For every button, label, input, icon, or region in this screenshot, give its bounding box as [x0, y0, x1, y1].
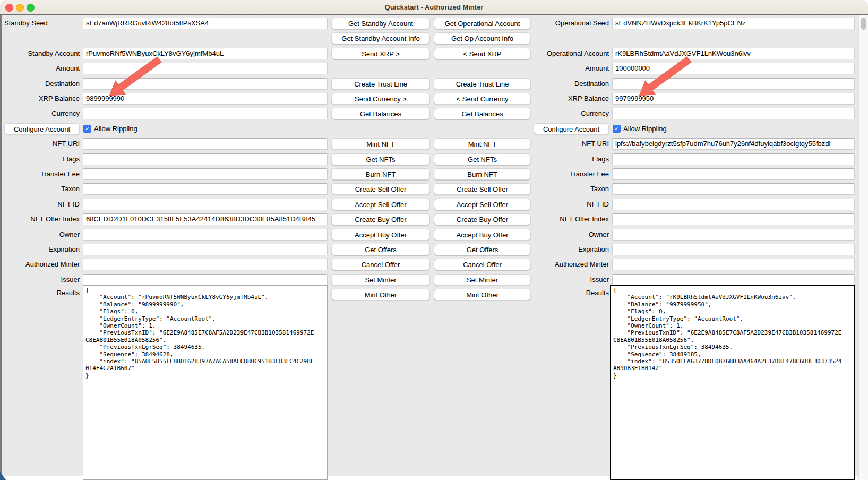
standby-get-nfts-button[interactable]: Get NFTs	[331, 153, 430, 165]
operational-authorized-minter-input[interactable]	[612, 259, 855, 270]
standby-issuer-label: Issuer	[4, 274, 80, 286]
standby-issuer-input[interactable]	[83, 274, 328, 286]
operational-create-buy-offer-button[interactable]: Create Buy Offer	[434, 213, 531, 225]
operational-mint-nft-button[interactable]: Mint NFT	[434, 138, 531, 150]
text-caret	[617, 372, 618, 379]
operational-nft-offer-index-input[interactable]	[612, 213, 855, 225]
vertical-scrollbar-thumb[interactable]	[861, 18, 866, 30]
operational-configure-account-button[interactable]: Configure Account	[534, 123, 609, 135]
operational-send-xrp-button[interactable]: < Send XRP	[434, 48, 531, 59]
operational-results-label: Results	[526, 287, 609, 299]
operational-issuer-input[interactable]	[612, 274, 855, 286]
standby-get-standby-account-info-button[interactable]: Get Standby Account Info	[331, 32, 430, 44]
window-title: Quickstart - Authorized Minter	[0, 0, 868, 14]
operational-allow-rippling-checkbox[interactable]: ✓	[613, 125, 621, 133]
standby-owner-label: Owner	[4, 229, 80, 241]
operational-burn-nft-button[interactable]: Burn NFT	[434, 168, 531, 180]
standby-nft-offer-index-label: NFT Offer Index	[4, 213, 80, 225]
operational-owner-input[interactable]	[612, 229, 855, 241]
standby-standby-seed-input[interactable]: sEd7anWjRRRGuvRiW428ot5ftPsXSA4	[83, 18, 328, 29]
standby-currency-input[interactable]	[83, 108, 328, 119]
standby-configure-account-button[interactable]: Configure Account	[4, 123, 80, 135]
operational-create-trust-line-button[interactable]: Create Trust Line	[434, 78, 531, 90]
right-xrp-balance-arrow-icon	[635, 56, 693, 99]
cursor-artifact	[0, 472, 6, 480]
standby-set-minter-button[interactable]: Set Minter	[331, 274, 430, 286]
operational-nft-uri-label: NFT URI	[526, 138, 609, 150]
standby-mint-nft-button[interactable]: Mint NFT	[331, 138, 430, 150]
operational-flags-input[interactable]	[612, 153, 855, 165]
operational-issuer-label: Issuer	[526, 274, 609, 286]
operational-send-currency-button[interactable]: < Send Currency	[434, 93, 531, 105]
standby-create-sell-offer-button[interactable]: Create Sell Offer	[331, 183, 430, 195]
operational-operational-seed-label: Operational Seed	[526, 18, 609, 29]
standby-create-trust-line-button[interactable]: Create Trust Line	[331, 78, 430, 90]
operational-expiration-input[interactable]	[612, 244, 855, 255]
standby-get-standby-account-button[interactable]: Get Standby Account	[331, 18, 430, 29]
app-window: { "window": { "title": "Quickstart - Aut…	[0, 0, 868, 480]
operational-nft-id-input[interactable]	[612, 199, 855, 210]
operational-transfer-fee-input[interactable]	[612, 168, 855, 180]
operational-accept-sell-offer-button[interactable]: Accept Sell Offer	[434, 199, 531, 210]
window-titlebar[interactable]: Quickstart - Authorized Minter	[0, 0, 868, 14]
standby-send-xrp-button[interactable]: Send XRP >	[331, 48, 430, 59]
standby-results-label: Results	[4, 287, 80, 299]
standby-authorized-minter-label: Authorized Minter	[4, 259, 80, 270]
standby-standby-seed-label: Standby Seed	[4, 18, 80, 29]
standby-allow-rippling-checkbox[interactable]: ✓	[83, 125, 91, 133]
operational-authorized-minter-label: Authorized Minter	[526, 259, 609, 270]
operational-results-textarea[interactable]: { "Account": "rK9LBRhStdmtAaVdJXGVF1LnKW…	[610, 285, 855, 480]
operational-cancel-offer-button[interactable]: Cancel Offer	[434, 259, 531, 270]
standby-burn-nft-button[interactable]: Burn NFT	[331, 168, 430, 180]
operational-set-minter-button[interactable]: Set Minter	[434, 274, 531, 286]
operational-destination-label: Destination	[526, 78, 609, 90]
operational-results-text: { "Account": "rK9LBRhStdmtAaVdJXGVF1LnKW…	[613, 287, 841, 379]
operational-allow-rippling-label: Allow Rippling	[623, 123, 667, 135]
operational-get-nfts-button[interactable]: Get NFTs	[434, 153, 531, 165]
operational-owner-label: Owner	[526, 229, 609, 241]
operational-expiration-label: Expiration	[526, 244, 609, 255]
operational-currency-input[interactable]	[612, 108, 855, 119]
operational-nft-offer-index-label: NFT Offer Index	[526, 213, 609, 225]
operational-taxon-input[interactable]	[612, 183, 855, 195]
operational-get-balances-button[interactable]: Get Balances	[434, 108, 531, 119]
standby-transfer-fee-input[interactable]	[83, 168, 328, 180]
standby-get-balances-button[interactable]: Get Balances	[331, 108, 430, 119]
standby-owner-input[interactable]	[83, 229, 328, 241]
operational-operational-seed-input[interactable]: sEdVNNZHWvDxpck3EkBKrK1Yp5pCENz	[612, 18, 855, 29]
standby-authorized-minter-input[interactable]	[83, 259, 328, 270]
standby-flags-label: Flags	[4, 153, 80, 165]
standby-cancel-offer-button[interactable]: Cancel Offer	[331, 259, 430, 270]
operational-nft-uri-input[interactable]: ipfs://bafybeigdyrzt5sfp7udm7hu76uh7y26n…	[612, 138, 855, 150]
operational-taxon-label: Taxon	[526, 183, 609, 195]
standby-xrp-balance-label: XRP Balance	[4, 93, 80, 105]
standby-create-buy-offer-button[interactable]: Create Buy Offer	[331, 213, 430, 225]
standby-nft-uri-input[interactable]	[83, 138, 328, 150]
operational-get-op-account-info-button[interactable]: Get Op Account Info	[434, 32, 531, 44]
standby-destination-label: Destination	[4, 78, 80, 90]
operational-flags-label: Flags	[526, 153, 609, 165]
operational-get-operational-account-button[interactable]: Get Operational Account	[434, 18, 531, 29]
operational-get-offers-button[interactable]: Get Offers	[434, 244, 531, 255]
standby-accept-buy-offer-button[interactable]: Accept Buy Offer	[331, 229, 430, 241]
standby-standby-account-label: Standby Account	[4, 48, 80, 59]
operational-create-sell-offer-button[interactable]: Create Sell Offer	[434, 183, 531, 195]
standby-nft-id-input[interactable]	[83, 199, 328, 210]
standby-results-textarea[interactable]: { "Account": "rPuvmoRNf5WNByuxCkLY8vGY6y…	[83, 285, 328, 480]
standby-get-offers-button[interactable]: Get Offers	[331, 244, 430, 255]
operational-mint-other-button[interactable]: Mint Other	[434, 289, 531, 301]
standby-send-currency-button[interactable]: Send Currency >	[331, 93, 430, 105]
standby-mint-other-button[interactable]: Mint Other	[331, 289, 430, 301]
standby-expiration-label: Expiration	[4, 244, 80, 255]
standby-nft-uri-label: NFT URI	[4, 138, 80, 150]
operational-xrp-balance-label: XRP Balance	[526, 93, 609, 105]
standby-amount-label: Amount	[4, 63, 80, 74]
standby-accept-sell-offer-button[interactable]: Accept Sell Offer	[331, 199, 430, 210]
standby-nft-offer-index-input[interactable]: 68CEDD2D1F010DCE3158F5F53A42414D8638D3DC…	[83, 213, 328, 225]
standby-nft-id-label: NFT ID	[4, 199, 80, 210]
standby-expiration-input[interactable]	[83, 244, 328, 255]
vertical-scrollbar-track[interactable]	[858, 15, 868, 480]
operational-accept-buy-offer-button[interactable]: Accept Buy Offer	[434, 229, 531, 241]
standby-flags-input[interactable]	[83, 153, 328, 165]
standby-taxon-input[interactable]	[83, 183, 328, 195]
